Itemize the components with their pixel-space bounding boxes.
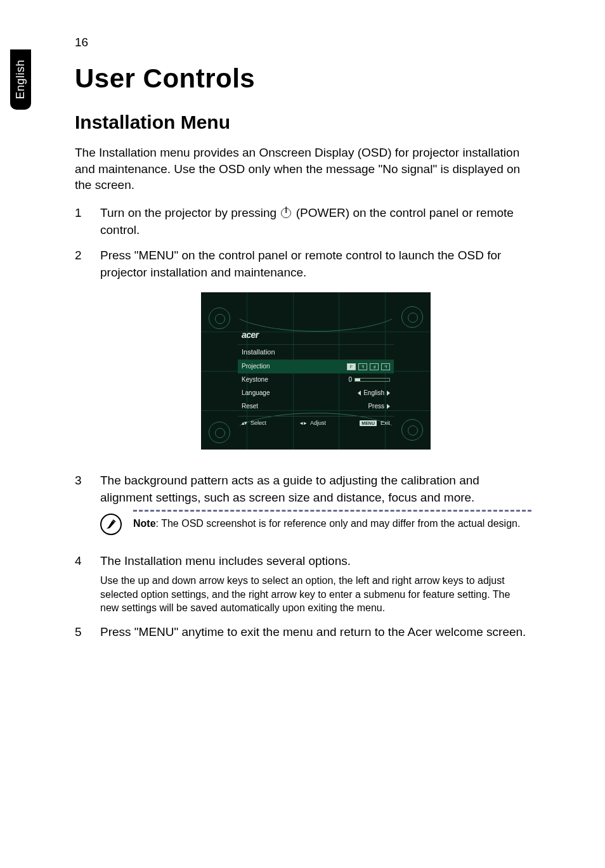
osd-row-reset[interactable]: Reset Press xyxy=(238,400,394,413)
note-content: Note: The OSD screenshot is for referenc… xyxy=(133,510,531,531)
arrow-right-icon[interactable] xyxy=(387,404,390,409)
projection-mode-icon: Ⅎ xyxy=(370,363,379,370)
footer-exit: Exit xyxy=(381,419,390,427)
note-block: Note: The OSD screenshot is for referenc… xyxy=(100,510,531,535)
osd-footer: ▴▾ Select ◂ ▸ Adjust MENU Exit xyxy=(238,416,394,430)
step-body: Press "MENU" on the control panel or rem… xyxy=(100,247,531,463)
osd-row-keystone[interactable]: Keystone 0 xyxy=(238,373,394,387)
calibration-circle xyxy=(401,306,423,328)
projection-mode-icon: ᖷ xyxy=(381,363,390,370)
osd-screenshot: acer Installation Projection F ꟻ Ⅎ ᖷ xyxy=(201,292,431,450)
language-tab: English xyxy=(10,49,31,110)
page-number: 16 xyxy=(75,36,88,49)
footer-adjust: Adjust xyxy=(310,419,326,427)
osd-menu-title: Installation xyxy=(238,345,394,360)
osd-row-value: English xyxy=(314,389,390,398)
arrow-left-icon[interactable] xyxy=(358,391,361,396)
note-label: Note xyxy=(133,518,156,529)
step-2: 2 Press "MENU" on the control panel or r… xyxy=(75,247,531,463)
note-divider xyxy=(133,510,531,512)
step-number: 3 xyxy=(75,472,100,544)
osd-brand: acer xyxy=(238,328,394,345)
osd-row-projection[interactable]: Projection F ꟻ Ⅎ ᖷ xyxy=(238,360,394,373)
osd-row-value: Press xyxy=(314,402,390,411)
arrow-right-icon[interactable] xyxy=(387,391,390,396)
step-body: Press "MENU" anytime to exit the menu an… xyxy=(100,624,531,641)
step-1-text-before: Turn on the projector by pressing xyxy=(100,206,280,219)
steps-list: 1 Turn on the projector by pressing (POW… xyxy=(75,205,531,641)
note-icon xyxy=(100,514,122,535)
step-body: The Installation menu includes several o… xyxy=(100,553,531,614)
calibration-circle xyxy=(209,308,230,329)
projection-mode-icon: F xyxy=(347,363,356,370)
note-body: : The OSD screenshot is for reference on… xyxy=(156,518,521,529)
step-number: 1 xyxy=(75,205,100,238)
step-1: 1 Turn on the projector by pressing (POW… xyxy=(75,205,531,238)
language-value: English xyxy=(363,389,384,398)
step-4: 4 The Installation menu includes several… xyxy=(75,553,531,614)
osd-row-label: Projection xyxy=(242,362,314,371)
step-body: Turn on the projector by pressing (POWER… xyxy=(100,205,531,238)
note-text: Note: The OSD screenshot is for referenc… xyxy=(133,517,531,531)
osd-row-label: Language xyxy=(242,389,314,398)
footer-select: Select xyxy=(250,419,266,427)
keystone-value: 0 xyxy=(348,375,352,384)
step-number: 2 xyxy=(75,247,100,463)
osd-row-value: 0 xyxy=(314,375,390,384)
osd-row-value: F ꟻ Ⅎ ᖷ xyxy=(314,363,390,370)
menu-badge: MENU xyxy=(360,420,377,427)
updown-arrows-icon: ▴▾ xyxy=(242,419,247,427)
calibration-arc xyxy=(227,292,405,332)
power-icon xyxy=(281,208,291,218)
step-number: 5 xyxy=(75,624,100,641)
calibration-circle xyxy=(401,419,423,441)
page-content: User Controls Installation Menu The Inst… xyxy=(75,63,531,649)
step-4-subtext: Use the up and down arrow keys to select… xyxy=(100,574,531,615)
osd-row-label: Keystone xyxy=(242,375,314,384)
step-3-text: The background pattern acts as a guide t… xyxy=(100,474,479,504)
reset-value: Press xyxy=(368,402,384,411)
osd-row-label: Reset xyxy=(242,402,314,411)
osd-menu: acer Installation Projection F ꟻ Ⅎ ᖷ xyxy=(238,328,394,413)
projection-mode-icon: ꟻ xyxy=(358,363,367,370)
intro-paragraph: The Installation menu provides an Onscre… xyxy=(75,145,531,193)
step-5: 5 Press "MENU" anytime to exit the menu … xyxy=(75,624,531,641)
osd-row-language[interactable]: Language English xyxy=(238,387,394,400)
step-3: 3 The background pattern acts as a guide… xyxy=(75,472,531,544)
leftright-arrows-icon: ◂ ▸ xyxy=(300,419,306,427)
step-number: 4 xyxy=(75,553,100,614)
language-tab-label: English xyxy=(14,60,27,100)
step-2-text: Press "MENU" on the control panel or rem… xyxy=(100,249,501,279)
section-title: Installation Menu xyxy=(75,112,531,133)
step-body: The background pattern acts as a guide t… xyxy=(100,472,531,544)
osd-screen: acer Installation Projection F ꟻ Ⅎ ᖷ xyxy=(201,292,431,450)
page-title: User Controls xyxy=(75,63,531,94)
keystone-slider[interactable] xyxy=(355,378,390,382)
step-4-text: The Installation menu includes several o… xyxy=(100,554,351,567)
